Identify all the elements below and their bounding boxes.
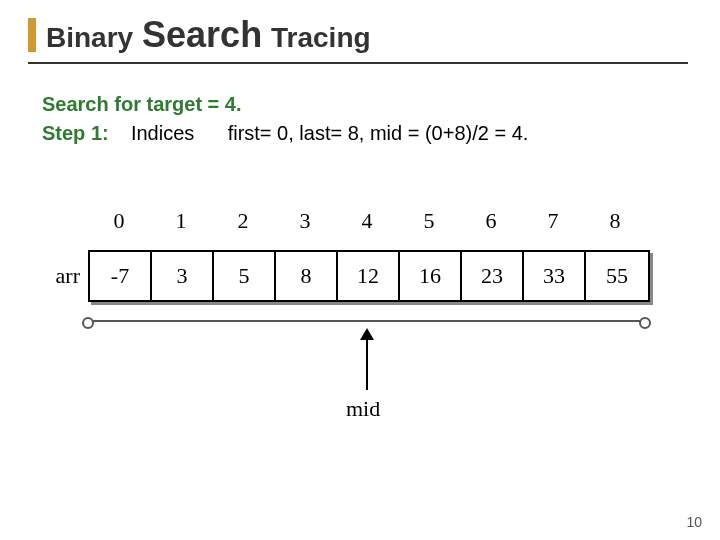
slide: Binary Search Tracing Search for target … <box>0 0 720 540</box>
body-text: Search for target = 4. Step 1: Indices f… <box>42 90 682 148</box>
array-cell: 55 <box>586 252 648 300</box>
array-cells: -7 3 5 8 12 16 23 33 55 <box>88 250 650 302</box>
array-cell: -7 <box>90 252 152 300</box>
index-cell: 2 <box>212 208 274 234</box>
mid-arrow-icon <box>366 330 368 390</box>
array-cell: 33 <box>524 252 586 300</box>
index-cell: 4 <box>336 208 398 234</box>
index-cell: 3 <box>274 208 336 234</box>
step-label: Step 1: <box>42 122 109 144</box>
array-cell: 3 <box>152 252 214 300</box>
array-cell: 5 <box>214 252 276 300</box>
array-row: arr -7 3 5 8 12 16 23 33 55 <box>44 250 650 302</box>
index-cell: 7 <box>522 208 584 234</box>
title-word-2: Search <box>142 14 262 55</box>
index-cell: 0 <box>88 208 150 234</box>
range-indicator <box>88 320 645 322</box>
slide-title: Binary Search Tracing <box>46 14 688 56</box>
indices-values-text: first= 0, last= 8, mid = (0+8)/2 = 4. <box>228 122 529 144</box>
indices-label: Indices <box>131 122 194 144</box>
search-target-text: Search for target = 4. <box>42 93 242 115</box>
search-target-line: Search for target = 4. <box>42 90 682 119</box>
step-line: Step 1: Indices first= 0, last= 8, mid =… <box>42 119 682 148</box>
title-word-3: Tracing <box>271 22 371 53</box>
index-cell: 8 <box>584 208 646 234</box>
index-cell: 5 <box>398 208 460 234</box>
page-number: 10 <box>686 514 702 530</box>
array-label: arr <box>44 263 80 289</box>
mid-label: mid <box>346 396 380 422</box>
array-cell: 8 <box>276 252 338 300</box>
index-cell: 1 <box>150 208 212 234</box>
index-row: 0 1 2 3 4 5 6 7 8 <box>88 208 646 234</box>
index-cell: 6 <box>460 208 522 234</box>
title-underline <box>28 62 688 64</box>
array-cell: 16 <box>400 252 462 300</box>
accent-bar <box>28 18 36 52</box>
title-block: Binary Search Tracing <box>28 14 688 56</box>
title-word-1: Binary <box>46 22 133 53</box>
array-cell: 12 <box>338 252 400 300</box>
array-cell: 23 <box>462 252 524 300</box>
